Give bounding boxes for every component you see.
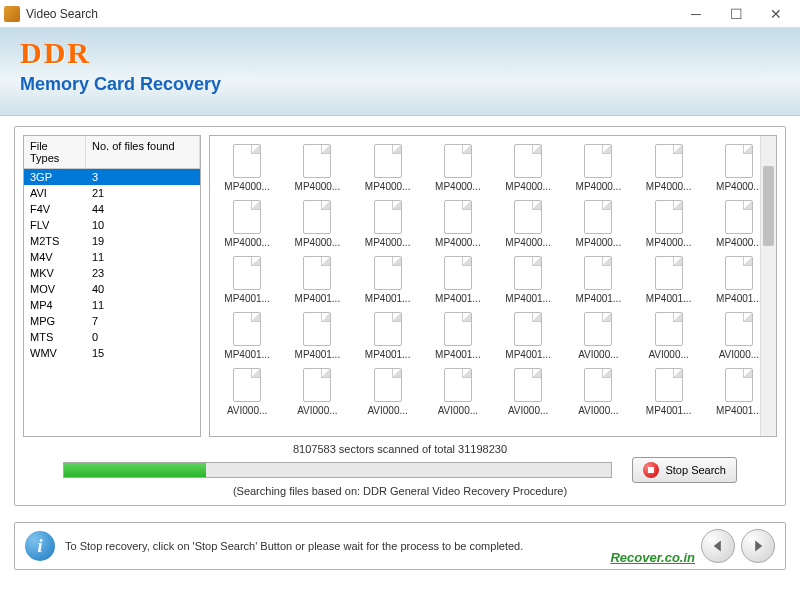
file-item[interactable]: AVI000... <box>634 308 704 364</box>
progress-bar <box>63 462 612 478</box>
cell-type: 3GP <box>24 169 86 185</box>
file-item[interactable]: MP4001... <box>353 252 423 308</box>
cell-count: 19 <box>86 233 200 249</box>
file-icon <box>655 256 683 290</box>
file-label: MP4001... <box>576 293 622 304</box>
logo: DDR <box>20 36 780 70</box>
cell-type: AVI <box>24 185 86 201</box>
table-row[interactable]: F4V44 <box>24 201 200 217</box>
minimize-button[interactable]: ─ <box>676 2 716 26</box>
table-row[interactable]: MKV23 <box>24 265 200 281</box>
table-row[interactable]: M2TS19 <box>24 233 200 249</box>
file-label: MP4001... <box>435 349 481 360</box>
cell-count: 21 <box>86 185 200 201</box>
file-item[interactable]: MP4000... <box>212 196 282 252</box>
file-item[interactable]: MP4001... <box>212 252 282 308</box>
file-label: MP4001... <box>224 349 270 360</box>
file-item[interactable]: AVI000... <box>493 364 563 420</box>
file-label: MP4000... <box>435 237 481 248</box>
banner-subtitle: Memory Card Recovery <box>20 74 780 95</box>
file-label: AVI000... <box>578 349 618 360</box>
file-item[interactable]: MP4001... <box>634 364 704 420</box>
file-item[interactable]: MP4001... <box>282 252 352 308</box>
cell-type: FLV <box>24 217 86 233</box>
file-item[interactable]: MP4001... <box>212 308 282 364</box>
file-item[interactable]: MP4001... <box>423 308 493 364</box>
file-icon <box>233 256 261 290</box>
file-item[interactable]: MP4000... <box>634 196 704 252</box>
scrollbar[interactable] <box>760 136 776 436</box>
file-icon <box>444 312 472 346</box>
file-icon <box>725 200 753 234</box>
file-icon <box>514 368 542 402</box>
col-header-count[interactable]: No. of files found <box>86 136 200 168</box>
file-item[interactable]: MP4001... <box>423 252 493 308</box>
file-label: MP4001... <box>295 349 341 360</box>
file-item[interactable]: MP4000... <box>563 140 633 196</box>
file-item[interactable]: MP4000... <box>212 140 282 196</box>
close-button[interactable]: ✕ <box>756 2 796 26</box>
file-icon <box>444 200 472 234</box>
file-item[interactable]: AVI000... <box>353 364 423 420</box>
col-header-type[interactable]: File Types <box>24 136 86 168</box>
file-label: MP4001... <box>505 349 551 360</box>
file-item[interactable]: MP4000... <box>493 140 563 196</box>
file-item[interactable]: MP4001... <box>282 308 352 364</box>
file-item[interactable]: MP4000... <box>493 196 563 252</box>
file-item[interactable]: AVI000... <box>423 364 493 420</box>
maximize-button[interactable]: ☐ <box>716 2 756 26</box>
file-label: MP4000... <box>365 237 411 248</box>
file-item[interactable]: AVI000... <box>563 308 633 364</box>
next-button[interactable] <box>741 529 775 563</box>
scrollbar-thumb[interactable] <box>763 166 774 246</box>
file-label: MP4000... <box>576 237 622 248</box>
sectors-scanned-text: 8107583 sectors scanned of total 3119823… <box>63 443 737 455</box>
file-label: MP4000... <box>224 181 270 192</box>
table-row[interactable]: MOV40 <box>24 281 200 297</box>
file-item[interactable]: MP4001... <box>353 308 423 364</box>
file-item[interactable]: MP4000... <box>282 196 352 252</box>
file-label: AVI000... <box>438 405 478 416</box>
file-label: MP4000... <box>295 237 341 248</box>
file-label: MP4000... <box>435 181 481 192</box>
table-row[interactable]: WMV15 <box>24 345 200 361</box>
file-item[interactable]: MP4001... <box>493 308 563 364</box>
table-row[interactable]: M4V11 <box>24 249 200 265</box>
file-label: MP4001... <box>435 293 481 304</box>
cell-count: 11 <box>86 297 200 313</box>
window-title: Video Search <box>26 7 676 21</box>
file-item[interactable]: AVI000... <box>212 364 282 420</box>
file-item[interactable]: AVI000... <box>282 364 352 420</box>
file-item[interactable]: MP4000... <box>353 196 423 252</box>
file-item[interactable]: MP4001... <box>634 252 704 308</box>
file-icon <box>444 144 472 178</box>
file-icon <box>233 144 261 178</box>
stop-search-button[interactable]: Stop Search <box>632 457 737 483</box>
file-item[interactable]: MP4000... <box>353 140 423 196</box>
file-icon <box>584 312 612 346</box>
file-icon <box>303 256 331 290</box>
file-label: MP4000... <box>505 181 551 192</box>
file-icon <box>725 368 753 402</box>
file-item[interactable]: MP4000... <box>634 140 704 196</box>
table-row[interactable]: 3GP3 <box>24 169 200 185</box>
table-row[interactable]: AVI21 <box>24 185 200 201</box>
cell-type: MP4 <box>24 297 86 313</box>
table-row[interactable]: FLV10 <box>24 217 200 233</box>
file-item[interactable]: MP4001... <box>493 252 563 308</box>
table-row[interactable]: MP411 <box>24 297 200 313</box>
file-item[interactable]: MP4001... <box>563 252 633 308</box>
back-button[interactable] <box>701 529 735 563</box>
file-label: MP4000... <box>224 237 270 248</box>
file-item[interactable]: MP4000... <box>423 196 493 252</box>
file-icon <box>303 200 331 234</box>
file-item[interactable]: MP4000... <box>563 196 633 252</box>
cell-type: MPG <box>24 313 86 329</box>
file-icon <box>655 312 683 346</box>
stop-icon <box>643 462 659 478</box>
file-item[interactable]: MP4000... <box>423 140 493 196</box>
file-item[interactable]: MP4000... <box>282 140 352 196</box>
table-row[interactable]: MTS0 <box>24 329 200 345</box>
table-row[interactable]: MPG7 <box>24 313 200 329</box>
file-item[interactable]: AVI000... <box>563 364 633 420</box>
